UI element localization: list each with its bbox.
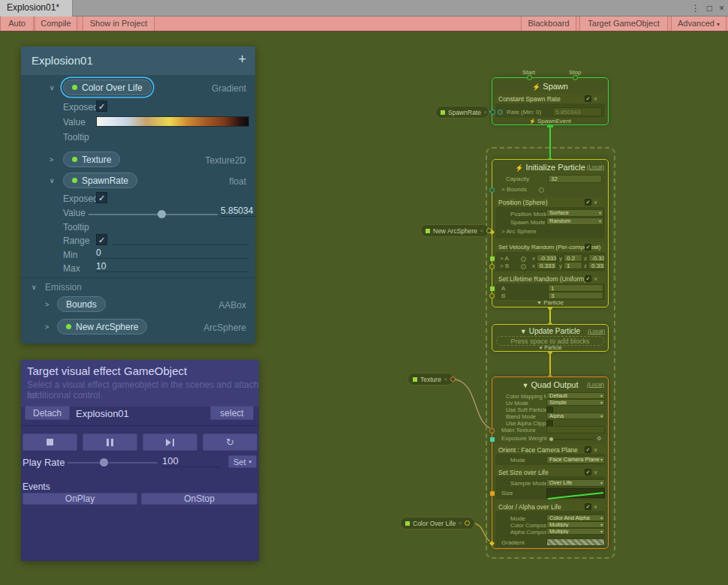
- rate-input-port[interactable]: [498, 110, 503, 115]
- pause-button[interactable]: [83, 434, 137, 451]
- velocity-b-x-field[interactable]: 0.333: [537, 262, 557, 269]
- blend-mode-dropdown[interactable]: Alpha▾: [546, 412, 605, 419]
- lifetime-a-port[interactable]: [490, 286, 495, 291]
- bounds-input-port[interactable]: [489, 188, 495, 193]
- capacity-field[interactable]: 32: [548, 175, 602, 183]
- spawn-mode-dropdown[interactable]: Random▾: [546, 218, 603, 225]
- chevron-right-icon[interactable]: >: [45, 323, 49, 331]
- color-mode-dropdown[interactable]: Color And Alpha▾: [546, 514, 605, 521]
- block-collapse-icon[interactable]: ∨: [594, 470, 597, 476]
- lifetime-b-field[interactable]: 3: [548, 292, 603, 299]
- target-gameobject-toggle-button[interactable]: Target GameObject: [579, 16, 668, 31]
- space-toggle[interactable]: (Local): [587, 381, 604, 388]
- play-rate-slider[interactable]: [68, 462, 158, 464]
- initialize-particle-node[interactable]: ⚡Initialize Particle (Local) Capacity 32…: [492, 159, 609, 308]
- block-collapse-icon[interactable]: ∨: [594, 276, 597, 282]
- compile-button[interactable]: Compile: [35, 16, 77, 31]
- block-enabled-checkbox[interactable]: ✓: [585, 469, 591, 476]
- uv-mode-dropdown[interactable]: Simple▾: [546, 399, 605, 406]
- spawn-context-node[interactable]: Start Stop ⚡Spawn Constant Spawn Rate ✓ …: [492, 77, 609, 125]
- set-button[interactable]: Set▾: [228, 455, 257, 468]
- block-collapse-icon[interactable]: ∨: [594, 200, 597, 206]
- collapse-icon[interactable]: <: [484, 110, 487, 115]
- step-button[interactable]: [143, 434, 197, 451]
- lifetime-a-field[interactable]: 1: [548, 284, 603, 292]
- restart-button[interactable]: ↻: [203, 434, 257, 451]
- range-checkbox[interactable]: ✓: [96, 234, 107, 245]
- add-parameter-button[interactable]: +: [238, 52, 246, 68]
- blackboard-header[interactable]: Explosion01 +: [21, 46, 255, 75]
- param-node-color-over-life[interactable]: Color Over Life <: [400, 517, 475, 530]
- stop-button[interactable]: [23, 434, 77, 451]
- param-pill-new-arcsphere[interactable]: New ArcSphere: [57, 319, 147, 334]
- min-field[interactable]: 0: [96, 248, 249, 259]
- exposure-weight-port[interactable]: [490, 437, 495, 442]
- exposure-slider[interactable]: [549, 439, 593, 440]
- exposed-checkbox[interactable]: ✓: [96, 192, 107, 203]
- exposed-checkbox[interactable]: ✓: [96, 100, 107, 112]
- collapse-icon[interactable]: <: [480, 228, 483, 233]
- block-enabled-checkbox[interactable]: ✓: [585, 503, 591, 510]
- param-output-port[interactable]: [490, 110, 495, 115]
- select-button[interactable]: select: [210, 406, 254, 420]
- stop-flow-port[interactable]: [573, 75, 578, 80]
- chevron-right-icon[interactable]: >: [50, 156, 53, 164]
- chevron-right-icon[interactable]: >: [45, 301, 49, 308]
- quad-output-node[interactable]: ▼Quad Output (Local) Color Mapping Mode …: [492, 376, 609, 549]
- param-pill-bounds[interactable]: Bounds: [57, 296, 106, 312]
- block-collapse-icon[interactable]: ∨: [594, 244, 597, 250]
- exposure-slider-handle[interactable]: [549, 437, 553, 441]
- play-rate-value-field[interactable]: 100: [162, 455, 219, 467]
- velocity-a-port[interactable]: [490, 256, 495, 261]
- chevron-down-icon[interactable]: ∨: [32, 284, 37, 291]
- param-output-port[interactable]: [465, 520, 470, 526]
- color-composition-dropdown[interactable]: Multiply▾: [546, 521, 605, 528]
- block-enabled-checkbox[interactable]: ✓: [585, 95, 591, 102]
- param-node-spawnrate[interactable]: SpawnRate <: [435, 106, 489, 118]
- auto-button[interactable]: Auto: [0, 16, 34, 31]
- size-port[interactable]: [490, 491, 495, 496]
- category-emission[interactable]: Emission: [45, 282, 82, 292]
- update-particle-node[interactable]: ▼Update Particle (Local) Press space to …: [492, 324, 609, 352]
- asset-tab[interactable]: Explosion01*: [0, 0, 73, 16]
- chevron-down-icon[interactable]: ∨: [50, 84, 55, 92]
- max-field[interactable]: 10: [96, 261, 249, 272]
- block-collapse-icon[interactable]: ∨: [594, 447, 597, 453]
- collapse-icon[interactable]: <: [444, 376, 447, 382]
- gradient-value-field[interactable]: [96, 116, 249, 127]
- blackboard-toggle-button[interactable]: Blackboard: [521, 16, 576, 31]
- velocity-space-icon[interactable]: [521, 264, 526, 269]
- block-enabled-checkbox[interactable]: ✓: [585, 275, 591, 282]
- velocity-b-port[interactable]: [489, 264, 495, 269]
- advanced-menu-button[interactable]: Advanced▾: [671, 16, 726, 31]
- size-curve-field[interactable]: [546, 488, 605, 498]
- block-enabled-checkbox[interactable]: ✓: [585, 244, 591, 250]
- collapse-icon[interactable]: <: [459, 520, 462, 526]
- position-mode-dropdown[interactable]: Surface▾: [546, 209, 603, 217]
- gradient-field[interactable]: [546, 538, 605, 546]
- param-pill-texture[interactable]: Texture: [63, 152, 120, 167]
- close-icon[interactable]: ×: [719, 3, 724, 14]
- space-toggle[interactable]: (Local): [588, 328, 605, 334]
- show-in-project-button[interactable]: Show in Project: [83, 16, 155, 31]
- param-pill-spawnrate[interactable]: SpawnRate: [63, 172, 137, 188]
- orient-mode-dropdown[interactable]: Face Camera Plane▾: [546, 456, 605, 464]
- block-enabled-checkbox[interactable]: ✓: [585, 199, 591, 206]
- detach-button[interactable]: Detach: [25, 406, 70, 420]
- main-texture-port[interactable]: [489, 428, 495, 434]
- lifetime-b-port[interactable]: [489, 293, 495, 298]
- space-toggle[interactable]: (Local): [587, 164, 604, 170]
- onstop-button[interactable]: OnStop: [141, 493, 257, 505]
- param-pill-color-over-life[interactable]: Color Over Life: [63, 80, 152, 95]
- param-node-texture[interactable]: Texture <: [408, 373, 454, 386]
- start-flow-port[interactable]: [527, 75, 532, 80]
- bounds-space-icon[interactable]: [539, 188, 544, 193]
- velocity-a-z-field[interactable]: -0.333: [588, 254, 605, 262]
- value-field[interactable]: 5.85034: [221, 206, 255, 217]
- play-rate-slider-handle[interactable]: [100, 458, 108, 466]
- velocity-space-icon[interactable]: [521, 256, 526, 262]
- sample-mode-dropdown[interactable]: Over Life▾: [546, 479, 605, 487]
- param-output-port[interactable]: [450, 376, 456, 382]
- velocity-a-y-field[interactable]: 0.2: [564, 254, 582, 262]
- maximize-icon[interactable]: □: [707, 3, 712, 14]
